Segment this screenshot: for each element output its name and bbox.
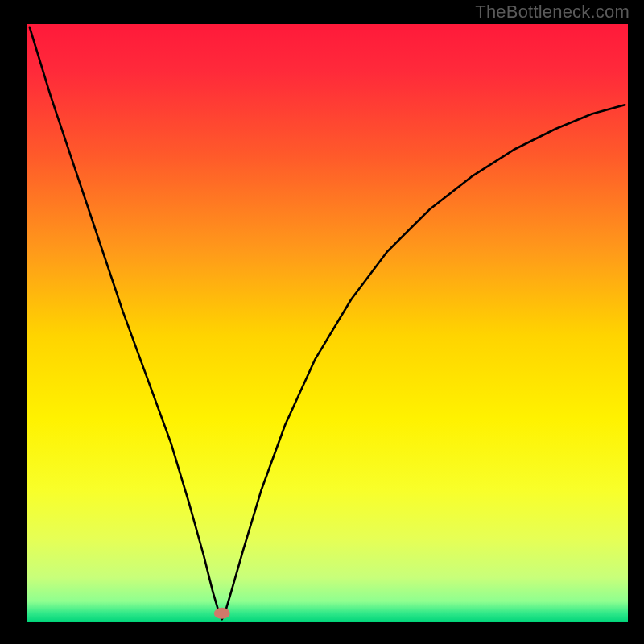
chart-frame: { "watermark": "TheBottleneck.com", "cha… [0,0,644,644]
watermark-text: TheBottleneck.com [475,2,630,23]
minimum-marker [214,608,230,619]
plot-background [27,24,628,622]
bottleneck-chart [0,0,644,644]
